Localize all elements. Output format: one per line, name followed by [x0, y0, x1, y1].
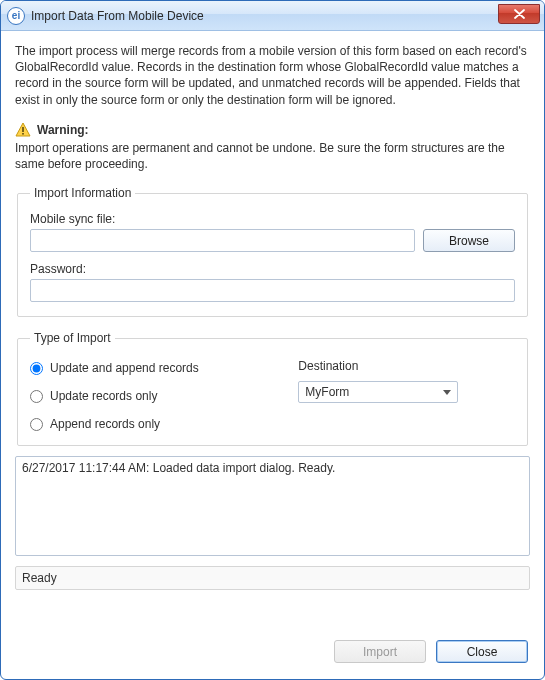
radio-append-only[interactable]: Append records only	[30, 417, 268, 431]
warning-label: Warning:	[37, 123, 89, 137]
window-close-button[interactable]	[498, 4, 540, 24]
radio-update-append-label: Update and append records	[50, 361, 199, 375]
warning-text: Import operations are permanent and cann…	[15, 140, 530, 172]
import-information-legend: Import Information	[30, 186, 135, 200]
mobile-sync-file-input[interactable]	[30, 229, 415, 252]
log-line: 6/27/2017 11:17:44 AM: Loaded data impor…	[22, 461, 335, 475]
radio-update-append[interactable]: Update and append records	[30, 361, 268, 375]
warning-header: Warning:	[15, 122, 530, 138]
radio-append-only-label: Append records only	[50, 417, 160, 431]
log-output[interactable]: 6/27/2017 11:17:44 AM: Loaded data impor…	[15, 456, 530, 556]
radio-update-only-label: Update records only	[50, 389, 157, 403]
radio-update-append-input[interactable]	[30, 362, 43, 375]
browse-button[interactable]: Browse	[423, 229, 515, 252]
titlebar: ei Import Data From Mobile Device	[1, 1, 544, 31]
radio-append-only-input[interactable]	[30, 418, 43, 431]
close-button[interactable]: Close	[436, 640, 528, 663]
type-of-import-group: Type of Import Update and append records…	[17, 331, 528, 446]
svg-rect-0	[22, 127, 24, 132]
dialog-content: The import process will merge records fr…	[1, 31, 544, 679]
description-text: The import process will merge records fr…	[15, 43, 530, 108]
status-bar: Ready	[15, 566, 530, 590]
dialog-footer: Import Close	[15, 636, 530, 669]
app-icon: ei	[7, 7, 25, 25]
status-text: Ready	[22, 571, 57, 585]
password-label: Password:	[30, 262, 515, 276]
password-input[interactable]	[30, 279, 515, 302]
destination-dropdown[interactable]: MyForm	[298, 381, 458, 403]
close-icon	[514, 9, 525, 19]
destination-label: Destination	[298, 359, 515, 373]
svg-rect-1	[22, 133, 24, 135]
radio-update-only[interactable]: Update records only	[30, 389, 268, 403]
mobile-sync-file-label: Mobile sync file:	[30, 212, 515, 226]
destination-value: MyForm	[305, 385, 349, 399]
type-of-import-legend: Type of Import	[30, 331, 115, 345]
warning-icon	[15, 122, 31, 138]
radio-update-only-input[interactable]	[30, 390, 43, 403]
chevron-down-icon	[443, 390, 451, 395]
import-button[interactable]: Import	[334, 640, 426, 663]
import-information-group: Import Information Mobile sync file: Bro…	[17, 186, 528, 317]
window-title: Import Data From Mobile Device	[31, 9, 204, 23]
app-icon-text: ei	[12, 10, 20, 21]
dialog-window: ei Import Data From Mobile Device The im…	[0, 0, 545, 680]
